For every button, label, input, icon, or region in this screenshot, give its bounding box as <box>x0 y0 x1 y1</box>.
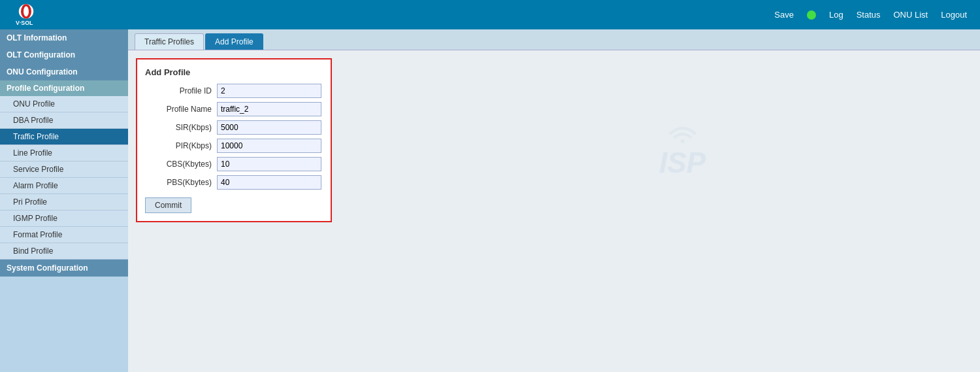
form-row-profile-name: Profile Name <box>145 102 323 116</box>
sidebar-item-olt-info[interactable]: OLT Information <box>0 29 128 46</box>
logo-area: V·SOL <box>13 2 39 28</box>
form-row-pbs: PBS(Kbytes) <box>145 175 323 190</box>
sidebar-item-olt-config[interactable]: OLT Configuration <box>0 46 128 63</box>
main-content: Traffic Profiles Add Profile Add Profile… <box>128 29 980 372</box>
log-button[interactable]: Log <box>829 10 843 20</box>
label-pir: PIR(Kbps) <box>145 141 217 150</box>
isp-text: ISP <box>659 148 706 177</box>
sidebar-item-alarm-profile[interactable]: Alarm Profile <box>0 178 128 194</box>
sidebar-item-pri-profile[interactable]: Pri Profile <box>0 194 128 211</box>
sidebar-item-dba-profile[interactable]: DBA Profile <box>0 112 128 129</box>
sidebar: OLT Information OLT Configuration ONU Co… <box>0 29 128 372</box>
form-area: Add Profile Profile ID Profile Name SIR(… <box>128 50 980 372</box>
label-profile-id: Profile ID <box>145 86 217 95</box>
sidebar-item-service-profile[interactable]: Service Profile <box>0 161 128 178</box>
sidebar-item-line-profile[interactable]: Line Profile <box>0 145 128 161</box>
label-sir: SIR(Kbps) <box>145 123 217 132</box>
sidebar-item-profile-config[interactable]: Profile Configuration <box>0 80 128 96</box>
svg-point-4 <box>681 139 685 143</box>
save-button[interactable]: Save <box>774 10 794 20</box>
add-profile-box: Add Profile Profile ID Profile Name SIR(… <box>136 58 332 222</box>
header-right: Save Log Status ONU List Logout <box>774 10 967 20</box>
status-button[interactable]: Status <box>857 10 881 20</box>
sidebar-item-bind-profile[interactable]: Bind Profile <box>0 243 128 260</box>
input-pir[interactable] <box>217 139 321 153</box>
svg-text:V·SOL: V·SOL <box>16 20 33 26</box>
input-profile-id[interactable] <box>217 84 321 98</box>
label-cbs: CBS(Kbytes) <box>145 160 217 169</box>
sidebar-item-igmp-profile[interactable]: IGMP Profile <box>0 211 128 227</box>
layout: OLT Information OLT Configuration ONU Co… <box>0 29 980 372</box>
header: V·SOL Save Log Status ONU List Logout <box>0 0 980 29</box>
form-row-profile-id: Profile ID <box>145 84 323 98</box>
sidebar-item-traffic-profile[interactable]: Traffic Profile <box>0 129 128 145</box>
form-row-pir: PIR(Kbps) <box>145 139 323 153</box>
input-pbs[interactable] <box>217 175 321 190</box>
form-row-cbs: CBS(Kbytes) <box>145 157 323 171</box>
sidebar-item-format-profile[interactable]: Format Profile <box>0 227 128 243</box>
logout-button[interactable]: Logout <box>941 10 967 20</box>
isp-watermark: ISP <box>659 121 706 177</box>
vsol-logo: V·SOL <box>13 2 39 28</box>
sidebar-item-onu-profile[interactable]: ONU Profile <box>0 96 128 112</box>
input-sir[interactable] <box>217 120 321 135</box>
form-title: Add Profile <box>145 67 323 77</box>
input-profile-name[interactable] <box>217 102 321 116</box>
input-cbs[interactable] <box>217 157 321 171</box>
wifi-icon <box>666 121 699 148</box>
svg-point-2 <box>24 6 29 16</box>
tab-traffic-profiles[interactable]: Traffic Profiles <box>135 33 204 50</box>
onu-list-button[interactable]: ONU List <box>894 10 928 20</box>
commit-button[interactable]: Commit <box>145 197 191 213</box>
label-pbs: PBS(Kbytes) <box>145 178 217 187</box>
sidebar-item-onu-config[interactable]: ONU Configuration <box>0 63 128 80</box>
sidebar-item-system-config[interactable]: System Configuration <box>0 260 128 277</box>
form-row-sir: SIR(Kbps) <box>145 120 323 135</box>
tabs-bar: Traffic Profiles Add Profile <box>128 29 980 50</box>
status-indicator <box>807 10 816 20</box>
label-profile-name: Profile Name <box>145 105 217 114</box>
tab-add-profile[interactable]: Add Profile <box>205 33 263 50</box>
